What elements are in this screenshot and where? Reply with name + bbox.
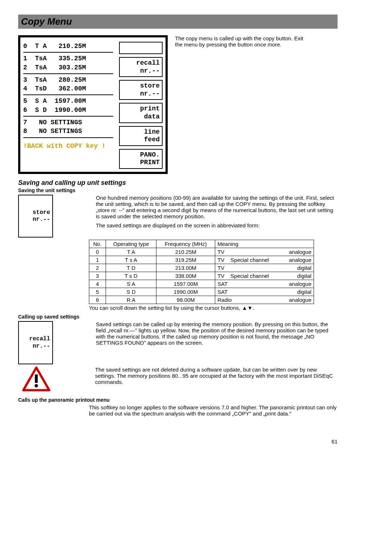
cell-no: 1 bbox=[89, 256, 106, 264]
subheading-saving: Saving the unit settings bbox=[18, 187, 338, 193]
cell-op: T A bbox=[106, 248, 156, 256]
list-row: 6 S D 1990.00M bbox=[23, 106, 113, 114]
cell-freq: 98.00M bbox=[156, 296, 215, 304]
warning-row: The saved settings are not deleted durin… bbox=[18, 366, 338, 392]
softkey-column: recall nr.-- store nr.-- print data line… bbox=[116, 37, 166, 172]
store-body: One hundred memory positions (00-99) are… bbox=[96, 195, 338, 231]
softkey-pano-print[interactable]: PANO. PRINT bbox=[119, 149, 163, 169]
softkey-line-feed[interactable]: line feed bbox=[119, 126, 163, 146]
cell-op: T s A bbox=[106, 256, 156, 264]
cell-meaning: TV Special channelanalogue bbox=[215, 256, 314, 264]
softkey-store[interactable]: store nr.-- bbox=[119, 80, 163, 100]
back-hint: !BACK with COPY key ! bbox=[23, 142, 113, 150]
softkey-blank bbox=[119, 42, 163, 54]
warning-body: The saved settings are not deleted durin… bbox=[95, 366, 338, 388]
th-no: No. bbox=[89, 240, 106, 248]
th-meaning: Meaning bbox=[215, 240, 314, 248]
recall-p1: Saved settings can be called up by enter… bbox=[96, 321, 338, 346]
warning-p: The saved settings are not deleted durin… bbox=[95, 366, 338, 385]
table-header-row: No. Operating type Frequency (MHz) Meani… bbox=[89, 240, 314, 248]
pano-p1: This softkey no longer applies to the so… bbox=[89, 404, 338, 417]
cell-meaning: TVanalogue bbox=[215, 248, 314, 256]
section-heading: Saving and calling up unit settings bbox=[18, 179, 338, 187]
table-row: 6R A98.00MRadioanalogue bbox=[89, 296, 314, 304]
table-row: 3T s D338.00MTV Special channeldigital bbox=[89, 272, 314, 280]
cell-freq: 213.00M bbox=[156, 264, 215, 272]
th-freq: Frequency (MHz) bbox=[156, 240, 215, 248]
cell-no: 6 bbox=[89, 296, 106, 304]
th-op: Operating type bbox=[106, 240, 156, 248]
cell-no: 5 bbox=[89, 288, 106, 296]
cell-op: S D bbox=[106, 288, 156, 296]
title-bar: Copy Menu bbox=[18, 15, 338, 29]
cell-no: 0 bbox=[89, 248, 106, 256]
list-row: 0 T A 210.25M bbox=[23, 42, 113, 50]
subheading-calling: Calling up saved settings bbox=[18, 314, 338, 320]
softkey-print[interactable]: print data bbox=[119, 103, 163, 123]
recall-box: recall nr.-- bbox=[18, 321, 53, 364]
pano-body: This softkey no longer applies to the so… bbox=[89, 404, 338, 417]
divider bbox=[23, 116, 113, 117]
device-screen: 0 T A 210.25M 1 TsA 335.25M 2 TsA 303.25… bbox=[18, 35, 168, 174]
side-note: The copy menu is called up with the copy… bbox=[175, 35, 306, 48]
cell-no: 4 bbox=[89, 280, 106, 288]
divider bbox=[23, 137, 113, 138]
cell-freq: 210.25M bbox=[156, 248, 215, 256]
store-paragraph-row: store nr.-- One hundred memory positions… bbox=[18, 195, 338, 238]
list-row: 5 S A 1597.00M bbox=[23, 97, 113, 105]
list-row: 3 TsA 280.25M bbox=[23, 76, 113, 84]
cell-op: R A bbox=[106, 296, 156, 304]
store-box: store nr.-- bbox=[18, 195, 53, 238]
recall-paragraph-row: recall nr.-- Saved settings can be calle… bbox=[18, 321, 338, 364]
settings-table: No. Operating type Frequency (MHz) Meani… bbox=[89, 240, 314, 304]
list-row: 2 TsA 303.25M bbox=[23, 63, 113, 72]
store-box-text: store nr.-- bbox=[21, 209, 50, 223]
table-row: 2T D213.00MTVdigital bbox=[89, 264, 314, 272]
cell-meaning: TVdigital bbox=[215, 264, 314, 272]
store-p1: One hundred memory positions (00-99) are… bbox=[96, 195, 338, 219]
divider bbox=[23, 94, 113, 95]
list-row: 4 TsD 362.00M bbox=[23, 84, 113, 93]
subheading-pano: Calls up the panoramic printout menu bbox=[18, 397, 338, 403]
table-row: 5S D1990.00MSATdigital bbox=[89, 288, 314, 296]
store-p2: The saved settings are displayed on the … bbox=[96, 222, 338, 228]
cell-freq: 319.25M bbox=[156, 256, 215, 264]
cell-meaning: SATanalogue bbox=[215, 280, 314, 288]
cell-no: 2 bbox=[89, 264, 106, 272]
screen-list: 0 T A 210.25M 1 TsA 335.25M 2 TsA 303.25… bbox=[20, 37, 116, 172]
cell-op: T s D bbox=[106, 272, 156, 280]
cell-meaning: TV Special channeldigital bbox=[215, 272, 314, 280]
table-row: 0T A210.25MTVanalogue bbox=[89, 248, 314, 256]
divider bbox=[23, 52, 113, 53]
cell-freq: 1597.00M bbox=[156, 280, 215, 288]
recall-box-text: recall nr.-- bbox=[21, 336, 50, 349]
page-title: Copy Menu bbox=[21, 16, 335, 27]
top-row: 0 T A 210.25M 1 TsA 335.25M 2 TsA 303.25… bbox=[18, 35, 338, 174]
cell-meaning: SATdigital bbox=[215, 288, 314, 296]
page-number: 61 bbox=[18, 438, 338, 445]
recall-body: Saved settings can be called up by enter… bbox=[96, 321, 338, 349]
table-row: 1T s A319.25MTV Special channelanalogue bbox=[89, 256, 314, 264]
cell-op: T D bbox=[106, 264, 156, 272]
warning-icon bbox=[22, 366, 51, 392]
scroll-note: You can scroll down the setting list by … bbox=[89, 305, 338, 311]
svg-point-2 bbox=[34, 384, 38, 387]
cell-no: 3 bbox=[89, 272, 106, 280]
cell-freq: 338.00M bbox=[156, 272, 215, 280]
list-row: 8 NO SETTINGS bbox=[23, 127, 113, 135]
cell-freq: 1990.00M bbox=[156, 288, 215, 296]
svg-rect-1 bbox=[35, 374, 38, 382]
list-row: 1 TsA 335.25M bbox=[23, 54, 113, 63]
cell-meaning: Radioanalogue bbox=[215, 296, 314, 304]
divider bbox=[23, 73, 113, 74]
softkey-recall[interactable]: recall nr.-- bbox=[119, 57, 163, 77]
cell-op: S A bbox=[106, 280, 156, 288]
table-row: 4S A1597.00MSATanalogue bbox=[89, 280, 314, 288]
list-row: 7 NO SETTINGS bbox=[23, 118, 113, 127]
